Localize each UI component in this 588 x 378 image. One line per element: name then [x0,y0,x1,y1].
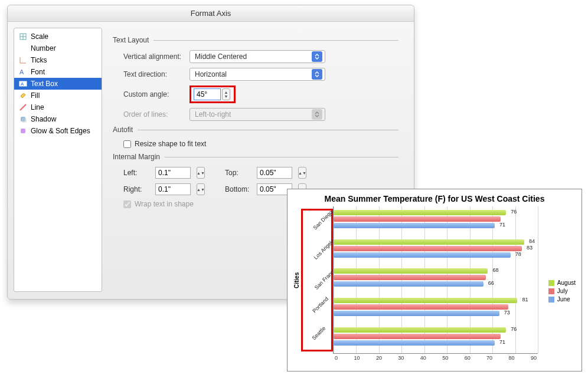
bar-value: 73 [504,310,510,315]
textbox-icon: A [19,80,27,88]
svg-text:A: A [21,81,24,87]
stepper-buttons[interactable]: ▲▼ [222,88,230,100]
bar-group: 848378 [334,239,524,258]
stepper-margin-right[interactable]: ▲▼ [197,183,205,195]
label-wrap-text: Wrap text in shape [135,200,194,208]
input-margin-right[interactable] [155,183,191,195]
x-tick-label: 50 [442,355,448,361]
line-icon [19,103,27,111]
input-custom-angle[interactable] [194,88,221,100]
bar: 83 [334,246,522,251]
x-tick-label: 60 [465,355,471,361]
shadow-icon [19,115,27,123]
chart-title: Mean Summer Temperature (F) for US West … [292,194,577,204]
x-tick-label: 0 [335,355,338,361]
bar-value: 76 [511,326,517,332]
stepper-margin-left[interactable]: ▲▼ [197,167,205,179]
plot-area: 7671848378686681737671 [333,206,538,354]
bar-value: 78 [515,251,521,257]
label-margin-bottom: Bottom: [225,185,251,193]
select-value: Left-to-right [195,110,231,119]
sidebar-item-label: Scale [31,32,48,41]
select-order-of-lines: Left-to-right [190,108,325,121]
sidebar-item-number[interactable]: Number [14,42,102,54]
svg-rect-8 [22,118,27,123]
sidebar-item-label: Glow & Soft Edges [31,127,90,135]
legend-item-august: August [548,280,576,286]
sidebar-item-ticks[interactable]: Ticks [14,54,102,66]
bar-value: 84 [529,238,535,244]
bar: 68 [334,268,488,274]
x-tick-label: 30 [398,355,404,361]
sidebar-item-glow[interactable]: Glow & Soft Edges [14,125,102,137]
input-margin-top[interactable] [257,167,292,179]
legend-label: August [557,280,576,286]
row-text-direction: Text direction: Horizontal [113,68,398,81]
fill-icon [19,91,27,100]
section-label-text: Autofit [113,126,133,134]
section-text-layout: Text Layout [113,36,398,44]
stepper-custom-angle[interactable]: ▲▼ [194,88,230,100]
gridline [538,206,538,353]
y-axis-categories: San Diego Los Angeles San Francisco Port… [301,206,333,354]
sidebar-item-font[interactable]: A Font [14,66,102,78]
label-resize-shape: Resize shape to fit text [135,140,206,148]
bar-value: 83 [527,245,533,251]
sidebar-item-text-box[interactable]: A Text Box [14,78,102,90]
x-tick-label: 90 [531,355,537,361]
input-margin-left[interactable] [155,167,191,179]
sidebar-item-line[interactable]: Line [14,101,102,113]
swatch-icon [548,280,554,286]
bar: 76 [334,210,506,215]
section-label-text: Internal Margin [113,153,160,161]
section-autofit: Autofit [113,126,398,134]
bar: 71 [334,340,495,346]
x-tick-label: 80 [509,355,515,361]
svg-line-6 [20,104,26,110]
bar-group: 6866 [334,268,488,287]
select-text-direction[interactable]: Horizontal [190,68,325,81]
select-value: Middle Centered [195,52,247,61]
swatch-icon [548,297,554,303]
sidebar-item-shadow[interactable]: Shadow [14,113,102,125]
bar-value: 71 [499,339,505,345]
bar: 76 [334,327,506,333]
label-margin-right: Right: [123,185,149,193]
bar [334,275,486,280]
label-custom-angle: Custom angle: [113,90,190,98]
legend-label: July [557,288,568,294]
bar-group: 8173 [334,298,517,316]
x-tick-label: 20 [376,355,382,361]
ticks-icon [19,56,27,64]
dialog-title: Format Axis [8,5,414,22]
bar-group: 7671 [334,210,506,228]
x-axis-ticks: 0102030405060708090 [335,355,537,361]
chevron-updown-icon [312,109,322,120]
sidebar-item-label: Line [31,103,44,111]
x-tick-label: 10 [354,355,360,361]
sidebar-item-label: Ticks [31,56,47,64]
sidebar-item-scale[interactable]: Scale [14,31,102,42]
select-value: Horizontal [195,70,227,78]
sidebar-item-fill[interactable]: Fill [14,90,102,101]
checkbox-wrap-text [123,200,131,208]
sidebar: Scale Number Ticks A Font A Text Box Fil… [14,28,102,292]
row-resize-shape[interactable]: Resize shape to fit text [113,140,398,148]
bar: 84 [334,239,524,245]
bar [334,304,508,310]
svg-text:A: A [19,68,24,75]
stepper-margin-top[interactable]: ▲▼ [298,167,306,179]
x-tick-label: 40 [420,355,426,361]
sidebar-item-label: Text Box [31,80,58,88]
bar [334,216,501,222]
label-vertical-alignment: Vertical alignment: [113,52,190,61]
checkbox-resize-shape[interactable] [123,140,131,148]
select-vertical-alignment[interactable]: Middle Centered [190,50,325,63]
bar: 66 [334,281,484,287]
sidebar-item-label: Number [31,44,56,52]
sidebar-item-label: Fill [31,91,40,100]
chevron-updown-icon [312,69,322,80]
label-margin-top: Top: [225,169,251,177]
bar-group: 7671 [334,327,506,346]
bar-value: 81 [522,297,528,303]
